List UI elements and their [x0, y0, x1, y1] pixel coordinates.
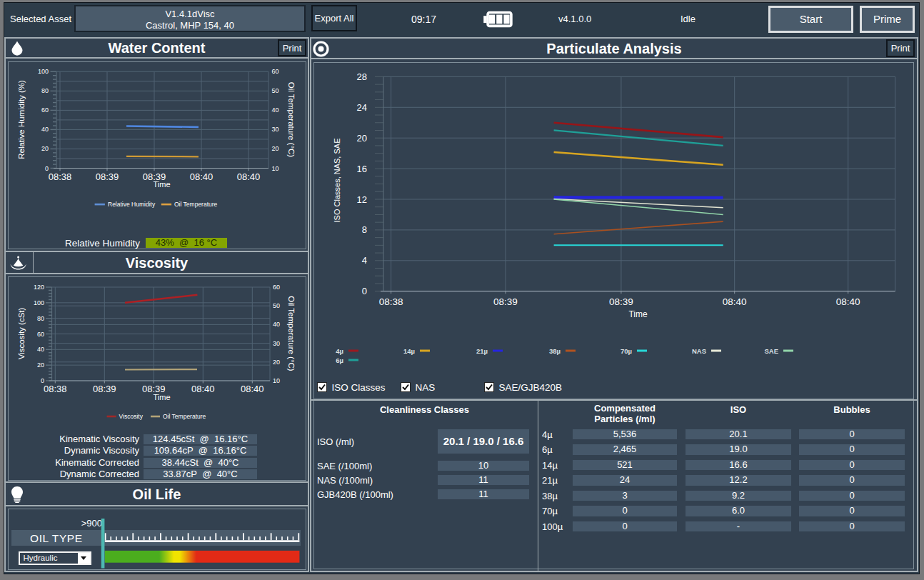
svg-text:Time: Time — [153, 393, 170, 401]
svg-text:21µ: 21µ — [476, 347, 488, 355]
svg-text:08:38: 08:38 — [44, 384, 67, 394]
svg-text:16: 16 — [357, 164, 367, 174]
svg-text:Oil Temperature (°C): Oil Temperature (°C) — [287, 296, 296, 371]
svg-text:08:39: 08:39 — [93, 384, 116, 394]
svg-text:Oil Temperature: Oil Temperature — [174, 201, 218, 208]
svg-text:100: 100 — [38, 68, 49, 75]
svg-text:08:40: 08:40 — [723, 296, 747, 307]
svg-text:38µ: 38µ — [549, 347, 561, 355]
svg-text:4: 4 — [362, 255, 367, 266]
svg-text:Time: Time — [153, 180, 170, 189]
svg-text:60: 60 — [273, 284, 280, 291]
svg-text:24: 24 — [357, 102, 367, 113]
svg-text:NAS: NAS — [692, 347, 706, 355]
svg-text:08:38: 08:38 — [379, 296, 403, 307]
svg-text:60: 60 — [37, 331, 44, 338]
svg-text:4µ: 4µ — [336, 347, 343, 355]
svg-text:Relative Humidity (%): Relative Humidity (%) — [17, 80, 26, 159]
svg-text:80: 80 — [41, 87, 49, 94]
svg-text:60: 60 — [272, 68, 279, 75]
svg-text:40: 40 — [37, 346, 44, 353]
svg-text:08:40: 08:40 — [191, 384, 215, 394]
svg-text:70µ: 70µ — [621, 347, 632, 355]
svg-text:Viscosity: Viscosity — [119, 413, 144, 420]
svg-text:100: 100 — [34, 299, 44, 306]
svg-text:40: 40 — [273, 321, 280, 328]
svg-text:08:38: 08:38 — [49, 171, 72, 182]
svg-text:28: 28 — [357, 71, 367, 82]
svg-text:10: 10 — [273, 377, 280, 384]
svg-text:08:39: 08:39 — [609, 296, 633, 307]
svg-text:Viscosity (cSt): Viscosity (cSt) — [17, 308, 26, 360]
svg-text:40: 40 — [41, 126, 49, 133]
svg-text:0: 0 — [362, 286, 367, 296]
svg-text:8: 8 — [362, 224, 367, 235]
svg-text:60: 60 — [41, 106, 49, 114]
svg-text:6µ: 6µ — [336, 356, 343, 364]
svg-text:80: 80 — [37, 315, 44, 322]
svg-text:SAE: SAE — [764, 347, 778, 355]
svg-text:08:40: 08:40 — [190, 171, 214, 182]
svg-text:20: 20 — [37, 361, 44, 369]
svg-text:Time: Time — [628, 309, 648, 319]
svg-text:08:40: 08:40 — [241, 384, 264, 394]
svg-text:Oil Temperature: Oil Temperature — [163, 413, 206, 420]
svg-text:20: 20 — [273, 359, 280, 366]
svg-text:14µ: 14µ — [403, 347, 415, 355]
svg-text:120: 120 — [34, 284, 44, 291]
svg-text:50: 50 — [272, 87, 279, 94]
svg-text:08:40: 08:40 — [836, 296, 860, 307]
svg-text:30: 30 — [273, 340, 280, 347]
svg-text:08:40: 08:40 — [237, 171, 261, 182]
svg-text:40: 40 — [272, 106, 279, 114]
svg-text:20: 20 — [41, 145, 49, 152]
svg-text:12: 12 — [357, 194, 367, 205]
svg-text:08:39: 08:39 — [96, 171, 119, 182]
svg-text:ISO Classes, NAS, SAE: ISO Classes, NAS, SAE — [333, 139, 341, 223]
svg-text:08:39: 08:39 — [493, 296, 518, 307]
svg-text:10: 10 — [272, 165, 279, 172]
svg-text:Oil Temperature (°C): Oil Temperature (°C) — [287, 82, 296, 158]
svg-text:20: 20 — [357, 133, 367, 144]
svg-text:20: 20 — [272, 145, 279, 152]
svg-text:Relative Humidity: Relative Humidity — [108, 201, 156, 208]
svg-text:30: 30 — [272, 126, 279, 133]
svg-text:50: 50 — [273, 302, 280, 309]
